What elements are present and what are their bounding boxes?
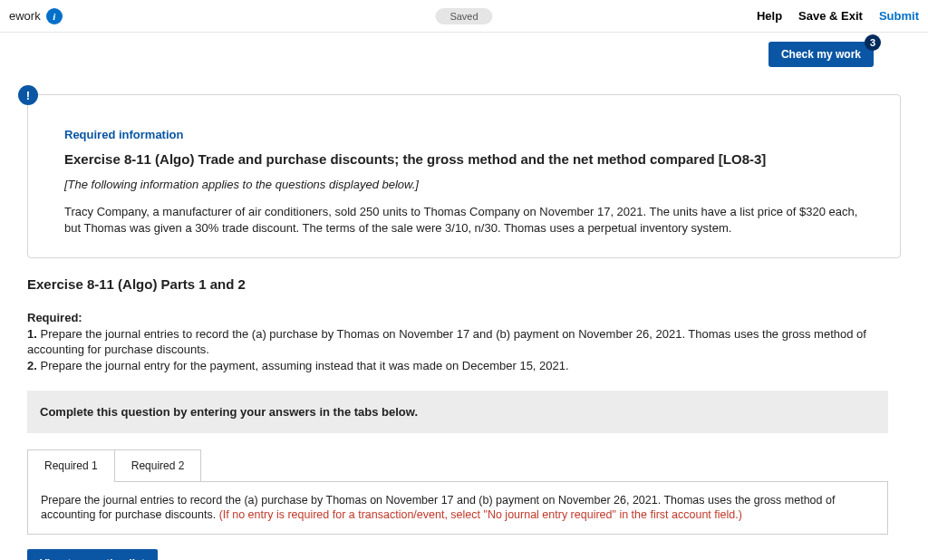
scenario-text: Tracy Company, a manufacturer of air con… xyxy=(64,204,864,236)
check-my-work-label: Check my work xyxy=(781,48,861,61)
top-bar-right: Help Save & Exit Submit xyxy=(757,9,919,23)
help-link[interactable]: Help xyxy=(757,9,782,23)
submit-link[interactable]: Submit xyxy=(879,9,919,23)
top-bar: ework i Saved Help Save & Exit Submit xyxy=(0,0,928,33)
required-info-title: Required information xyxy=(64,128,864,141)
tab-required-2[interactable]: Required 2 xyxy=(114,449,202,481)
main-content: ! Required information Exercise 8-11 (Al… xyxy=(0,67,928,560)
required-block: Required: 1. Prepare the journal entries… xyxy=(27,310,901,373)
tab-panel: Prepare the journal entries to record th… xyxy=(27,482,888,536)
required-item-2: 2. Prepare the journal entry for the pay… xyxy=(27,358,901,374)
required-item-2-num: 2. xyxy=(27,359,37,372)
check-badge-count: 3 xyxy=(865,34,881,51)
top-bar-left: ework i xyxy=(9,8,63,24)
tabs: Required 1 Required 2 xyxy=(27,449,888,482)
breadcrumb-label: ework xyxy=(9,9,41,23)
required-item-1-num: 1. xyxy=(27,327,37,341)
save-exit-link[interactable]: Save & Exit xyxy=(798,9,863,23)
required-item-2-text: Prepare the journal entry for the paymen… xyxy=(37,359,569,372)
italic-note: [The following information applies to th… xyxy=(64,178,864,191)
view-transaction-list-button[interactable]: View transaction list xyxy=(27,549,158,560)
panel-red-text: (If no entry is required for a transacti… xyxy=(219,508,742,521)
tab-required-1-label: Required 1 xyxy=(44,459,98,472)
required-information-card: ! Required information Exercise 8-11 (Al… xyxy=(27,94,901,258)
tab-required-1[interactable]: Required 1 xyxy=(27,449,115,481)
top-bar-center: Saved xyxy=(435,9,492,23)
alert-icon: ! xyxy=(18,85,38,105)
answer-area: Complete this question by entering your … xyxy=(27,391,888,560)
info-icon[interactable]: i xyxy=(46,8,63,24)
required-item-1-text: Prepare the journal entries to record th… xyxy=(27,327,866,357)
required-item-1: 1. Prepare the journal entries to record… xyxy=(27,326,901,358)
required-header: Required: xyxy=(27,310,901,326)
parts-title: Exercise 8-11 (Algo) Parts 1 and 2 xyxy=(27,276,901,292)
exercise-title: Exercise 8-11 (Algo) Trade and purchase … xyxy=(64,150,864,169)
tab-required-2-label: Required 2 xyxy=(131,459,185,472)
check-my-work-button[interactable]: Check my work 3 xyxy=(768,42,874,67)
instruction-bar: Complete this question by entering your … xyxy=(27,391,888,433)
sub-bar: Check my work 3 xyxy=(0,33,928,67)
saved-status-pill: Saved xyxy=(435,8,492,24)
